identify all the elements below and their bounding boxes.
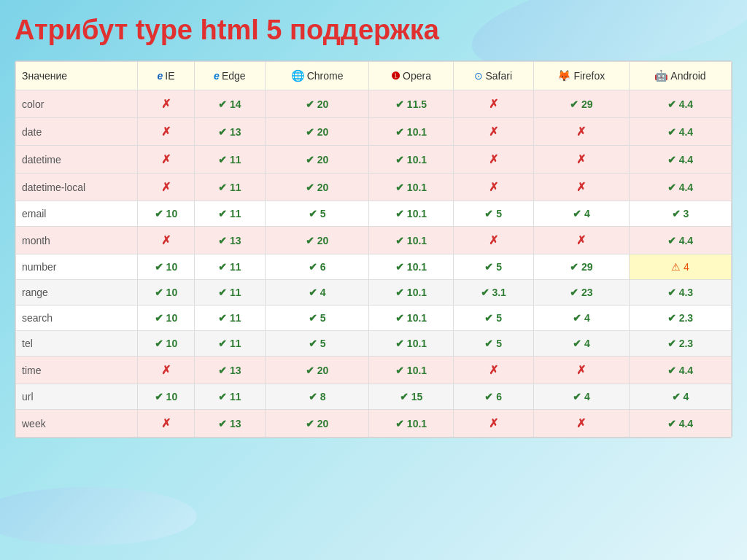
cell-support-value: ✔ 20: [265, 146, 368, 174]
cell-support-value: ✔ 10.1: [369, 146, 453, 174]
cell-text: ✔ 4: [573, 338, 590, 349]
table-row: url✔ 10✔ 11✔ 8✔ 15✔ 6✔ 4✔ 4: [16, 384, 732, 410]
cell-text: ✗: [489, 98, 498, 110]
th-safari-label: Safari: [485, 70, 512, 82]
cell-text: search: [22, 312, 53, 324]
cell-support-value: ✔ 13: [194, 118, 265, 146]
cell-text: tel: [22, 338, 33, 349]
cell-support-value: ✔ 10.1: [369, 118, 453, 146]
cell-text: ✔ 13: [218, 365, 241, 376]
cell-text: ✔ 4: [672, 391, 689, 402]
cell-text: ✗: [161, 364, 171, 376]
safari-icon: ⊙: [474, 70, 483, 82]
th-value: Значение: [16, 62, 138, 90]
cell-text: datetime: [22, 154, 61, 166]
cell-text: ✔ 5: [309, 338, 326, 349]
table-row: tel✔ 10✔ 11✔ 5✔ 10.1✔ 5✔ 4✔ 2.3: [16, 331, 732, 357]
cell-support-value: ✗: [453, 118, 533, 146]
cell-support-value: ✔ 5: [265, 331, 368, 357]
firefox-icon: 🦊: [557, 69, 571, 82]
cell-support-value: ✗: [138, 90, 195, 118]
cell-text: ✔ 10.1: [395, 312, 427, 324]
cell-text: ✔ 10.1: [395, 418, 427, 429]
cell-text: ✔ 10.1: [395, 338, 427, 349]
cell-support-value: ✔ 11: [194, 384, 265, 410]
cell-support-value: ✔ 13: [194, 410, 265, 438]
cell-text: date: [22, 126, 42, 138]
cell-support-value: ✔ 2.3: [629, 306, 731, 331]
cell-support-value: ✔ 4.4: [629, 146, 731, 174]
cell-text: ✗: [489, 153, 498, 166]
cell-text: ✔ 10.1: [395, 208, 427, 219]
cell-text: ✔ 10: [155, 261, 177, 273]
cell-support-value: ✗: [453, 227, 533, 254]
cell-text: ✔ 10: [155, 391, 177, 402]
cell-text: ✔ 10: [155, 338, 177, 349]
cell-support-value: ✔ 4: [533, 201, 629, 227]
cell-text: ✔ 4.3: [667, 287, 693, 298]
th-safari: ⊙ Safari: [453, 62, 533, 90]
cell-support-value: ✔ 4.4: [629, 174, 731, 201]
cell-attribute-name: month: [16, 227, 138, 254]
cell-text: ⚠ 4: [671, 261, 689, 273]
cell-support-value: ✗: [453, 146, 533, 174]
page-title: Атрибут type html 5 поддержка: [15, 11, 732, 50]
cell-attribute-name: time: [16, 357, 138, 384]
cell-text: ✔ 4: [573, 208, 590, 219]
th-android-label: Android: [670, 70, 705, 82]
cell-text: ✗: [161, 153, 171, 166]
cell-text: ✔ 20: [306, 98, 328, 110]
cell-support-value: ✔ 10.1: [369, 306, 453, 331]
cell-support-value: ✔ 6: [453, 384, 533, 410]
cell-attribute-name: email: [16, 201, 138, 227]
cell-support-value: ✔ 4.3: [629, 280, 731, 306]
cell-attribute-name: search: [16, 306, 138, 331]
cell-support-value: ✔ 4: [533, 384, 629, 410]
cell-text: ✔ 23: [570, 287, 592, 298]
table-row: search✔ 10✔ 11✔ 5✔ 10.1✔ 5✔ 4✔ 2.3: [16, 306, 732, 331]
cell-support-value: ✗: [138, 118, 195, 146]
cell-text: ✔ 10.1: [395, 126, 427, 138]
cell-text: ✔ 10.1: [395, 235, 427, 246]
cell-support-value: ✔ 4: [265, 280, 368, 306]
cell-support-value: ✔ 20: [265, 227, 368, 254]
chrome-icon: 🌐: [291, 69, 305, 82]
th-edge-label: Edge: [222, 70, 246, 82]
cell-text: ✔ 5: [484, 208, 502, 219]
cell-text: ✔ 10.1: [395, 261, 427, 273]
cell-support-value: ✔ 3: [629, 201, 731, 227]
cell-support-value: ✗: [453, 410, 533, 438]
cell-text: ✗: [161, 417, 171, 429]
cell-support-value: ✔ 5: [453, 306, 533, 331]
cell-support-value: ✔ 10.1: [369, 280, 453, 306]
cell-text: ✔ 20: [306, 235, 328, 246]
cell-text: email: [22, 208, 46, 219]
cell-support-value: ✔ 10.1: [369, 357, 453, 384]
cell-support-value: ✔ 11: [194, 146, 265, 174]
cell-support-value: ✔ 10: [138, 254, 195, 280]
table-row: color✗✔ 14✔ 20✔ 11.5✗✔ 29✔ 4.4: [16, 90, 732, 118]
th-android: 🤖 Android: [629, 62, 731, 90]
cell-text: ✔ 11: [218, 154, 241, 166]
cell-text: ✔ 4.4: [667, 98, 693, 110]
table-row: range✔ 10✔ 11✔ 4✔ 10.1✔ 3.1✔ 23✔ 4.3: [16, 280, 732, 306]
cell-text: ✔ 29: [570, 261, 592, 273]
cell-text: ✗: [161, 125, 171, 138]
table-row: datetime✗✔ 11✔ 20✔ 10.1✗✗✔ 4.4: [16, 146, 732, 174]
cell-support-value: ✔ 29: [533, 90, 629, 118]
cell-support-value: ✔ 11.5: [369, 90, 453, 118]
cell-support-value: ✔ 14: [194, 90, 265, 118]
th-ie-label: IE: [165, 70, 174, 82]
cell-text: ✗: [576, 234, 586, 246]
cell-text: url: [22, 391, 34, 402]
cell-support-value: ✔ 4.4: [629, 90, 731, 118]
cell-text: ✔ 11: [218, 261, 241, 273]
ie-icon: e: [157, 70, 163, 82]
cell-support-value: ✔ 20: [265, 118, 368, 146]
cell-support-value: ✗: [138, 227, 195, 254]
cell-text: ✔ 5: [484, 261, 502, 273]
cell-text: ✗: [161, 234, 171, 246]
cell-text: ✗: [161, 98, 171, 110]
cell-text: ✔ 4.4: [667, 154, 693, 166]
cell-support-value: ✗: [533, 227, 629, 254]
